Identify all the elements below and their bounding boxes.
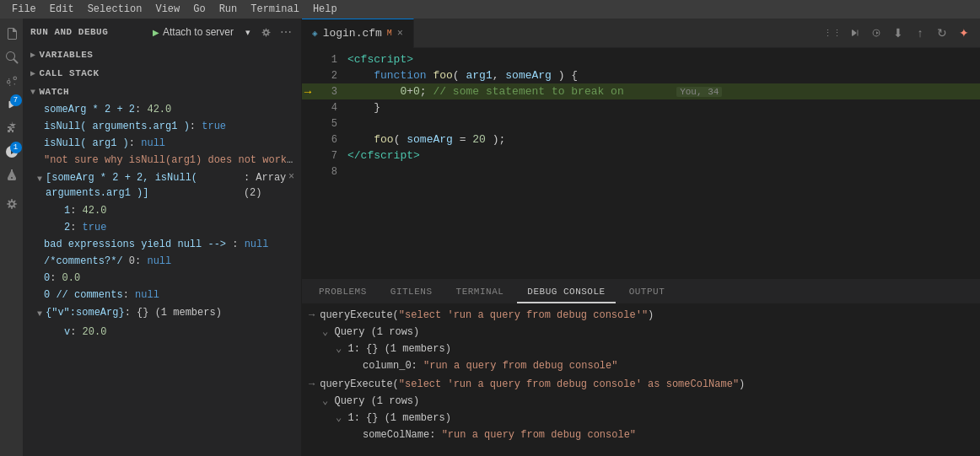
list-item: v: 20.0 — [24, 324, 301, 341]
split-editor-icon[interactable]: ⋮⋮ — [823, 24, 842, 42]
main-layout: 7 1 RUN AND DEBUG ▶ Attach to server ▾ — [0, 19, 980, 456]
debug-console-output: → queryExecute("select 'run a query from… — [302, 303, 980, 456]
play-icon: ▶ — [153, 28, 159, 37]
list-item[interactable]: ▼ [someArg * 2 + 2, isNull( arguments.ar… — [24, 169, 301, 202]
line-content-1: <cfscript> — [347, 53, 980, 66]
debug-step-into-icon[interactable]: ⬇ — [889, 24, 907, 42]
debug-gear-icon[interactable] — [257, 24, 274, 40]
line-number-5: 5 — [314, 118, 347, 130]
extensions-icon[interactable] — [0, 116, 24, 140]
variables-section-header[interactable]: ▶ VARIABLES — [24, 46, 301, 64]
debug-stop-icon[interactable]: ✦ — [955, 24, 973, 42]
tab-login-cfm[interactable]: ◈ login.cfm M × — [302, 19, 414, 48]
line-number-6: 6 — [314, 134, 347, 146]
watch-section-label: WATCH — [40, 87, 70, 97]
list-item: ⌄ 1: {} (1 members) — [336, 341, 973, 357]
panel-tabs: PROBLEMS GITLENS TERMINAL DEBUG CONSOLE … — [302, 280, 980, 303]
tab-close-button[interactable]: × — [397, 28, 403, 40]
menu-selection[interactable]: Selection — [83, 0, 148, 19]
list-item: column_0: "run a query from debug consol… — [363, 357, 973, 374]
watch-expand-chevron2-icon: ▼ — [37, 307, 42, 322]
list-item: 2: true — [24, 219, 301, 236]
watch-expand-chevron-icon: ▼ — [37, 172, 42, 187]
list-item[interactable]: isNull( arguments.arg1 ): true — [24, 118, 301, 135]
debug-restart-icon[interactable]: ↻ — [933, 24, 951, 42]
editor-tabs: ◈ login.cfm M × ⋮⋮ ⬇ ↑ ↻ ✦ — [302, 19, 980, 48]
line-content-6: foo( someArg = 20 ); — [347, 133, 980, 146]
callstack-section-header[interactable]: ▶ CALL STACK — [24, 64, 301, 83]
attach-to-server-button[interactable]: ▶ Attach to server — [148, 23, 239, 41]
menu-edit[interactable]: Edit — [45, 0, 79, 19]
line-content-7: </cfscript> — [347, 149, 980, 162]
debug-header: RUN AND DEBUG ▶ Attach to server ▾ ⋯ — [24, 19, 301, 46]
tab-debug-console[interactable]: DEBUG CONSOLE — [517, 280, 615, 303]
cfm-file-icon: ◈ — [312, 28, 318, 39]
menu-run[interactable]: Run — [214, 0, 243, 19]
list-item[interactable]: 0 // comments: null — [24, 287, 301, 303]
watch-section-header[interactable]: ▼ WATCH — [24, 83, 301, 101]
run-icon[interactable]: 1 — [0, 140, 24, 164]
list-item: someColName: "run a query from debug con… — [363, 426, 973, 443]
search-icon[interactable] — [0, 46, 24, 69]
menu-help[interactable]: Help — [308, 0, 342, 19]
debug-step-over-icon[interactable] — [867, 24, 886, 42]
debug-sidebar: RUN AND DEBUG ▶ Attach to server ▾ ⋯ ▶ V… — [24, 19, 302, 456]
debug-run-icon[interactable]: 7 — [0, 93, 24, 116]
debug-continue-icon[interactable] — [845, 24, 864, 42]
list-item[interactable]: ▼ {"v":someArg}: {} (1 members) — [24, 303, 301, 324]
list-item[interactable]: /*comments?*/ 0: null — [24, 253, 301, 270]
line-content-3: 0+0; // some statement to break on You, … — [347, 85, 980, 98]
bottom-panel: PROBLEMS GITLENS TERMINAL DEBUG CONSOLE … — [302, 279, 980, 456]
variables-chevron-icon: ▶ — [30, 50, 36, 60]
flask-icon[interactable] — [0, 164, 24, 187]
tab-bar: ◈ login.cfm M × — [302, 19, 816, 48]
menu-file[interactable]: File — [7, 0, 41, 19]
debug-toolbar: ▶ Attach to server ▾ ⋯ — [148, 23, 294, 41]
menu-terminal[interactable]: Terminal — [245, 0, 304, 19]
code-line-5: 5 — [302, 115, 980, 131]
line-number-7: 7 — [314, 150, 347, 162]
tab-terminal[interactable]: TERMINAL — [446, 280, 514, 303]
files-icon[interactable] — [0, 22, 24, 46]
code-line-1: 1 <cfscript> — [302, 51, 980, 67]
line-content-4: } — [347, 101, 980, 114]
line-number-2: 2 — [314, 70, 347, 82]
tab-gitlens[interactable]: GITLENS — [380, 280, 443, 303]
attach-dropdown-button[interactable]: ▾ — [242, 25, 254, 40]
list-item: ⌄ Query (1 rows) — [322, 324, 973, 341]
code-line-8: 8 — [302, 164, 980, 180]
list-item: ⌄ Query (1 rows) — [322, 393, 973, 410]
callstack-section-label: CALL STACK — [40, 68, 100, 78]
source-control-icon[interactable] — [0, 69, 24, 93]
code-line-2: 2 function foo( arg1, someArg ) { — [302, 67, 980, 83]
line-number-1: 1 — [314, 54, 347, 66]
list-item[interactable]: 0: 0.0 — [24, 270, 301, 287]
code-line-6: 6 foo( someArg = 20 ); — [302, 131, 980, 148]
menu-view[interactable]: View — [150, 0, 185, 19]
right-panel: ◈ login.cfm M × ⋮⋮ ⬇ ↑ ↻ ✦ — [302, 19, 980, 456]
menu-bar: File Edit Selection View Go Run Terminal… — [0, 0, 980, 19]
debug-more-icon[interactable]: ⋯ — [277, 24, 294, 40]
watch-chevron-icon: ▼ — [30, 88, 36, 97]
editor-toolbar: ⋮⋮ ⬇ ↑ ↻ ✦ — [816, 24, 980, 42]
tab-problems[interactable]: PROBLEMS — [309, 280, 377, 303]
debug-step-out-icon[interactable]: ↑ — [911, 24, 929, 42]
code-line-3: → 3 0+0; // some statement to break on Y… — [302, 83, 980, 99]
line-content-2: function foo( arg1, someArg ) { — [347, 69, 980, 82]
watch-item-close-button[interactable]: × — [288, 170, 294, 182]
list-item[interactable]: isNull( arg1 ): null — [24, 135, 301, 152]
code-editor[interactable]: 1 <cfscript> 2 function foo( arg1, someA… — [302, 48, 980, 279]
tab-filename: login.cfm — [323, 27, 382, 40]
debug-sections: ▶ VARIABLES ▶ CALL STACK ▼ WATCH someArg… — [24, 46, 301, 456]
callstack-chevron-icon: ▶ — [30, 68, 36, 78]
list-item[interactable]: someArg * 2 + 2: 42.0 — [24, 101, 301, 118]
list-item[interactable]: "not sure why isNull(arg1) does not work… — [24, 152, 301, 169]
settings-icon[interactable] — [0, 187, 24, 211]
debug-sidebar-title: RUN AND DEBUG — [30, 27, 108, 37]
tab-output[interactable]: OUTPUT — [619, 280, 676, 303]
list-item[interactable]: bad expressions yield null --> : null — [24, 236, 301, 253]
list-item: → queryExecute("select 'run a query from… — [309, 376, 973, 393]
menu-go[interactable]: Go — [188, 0, 210, 19]
list-item: 1: 42.0 — [24, 202, 301, 219]
line-number-8: 8 — [314, 166, 347, 178]
